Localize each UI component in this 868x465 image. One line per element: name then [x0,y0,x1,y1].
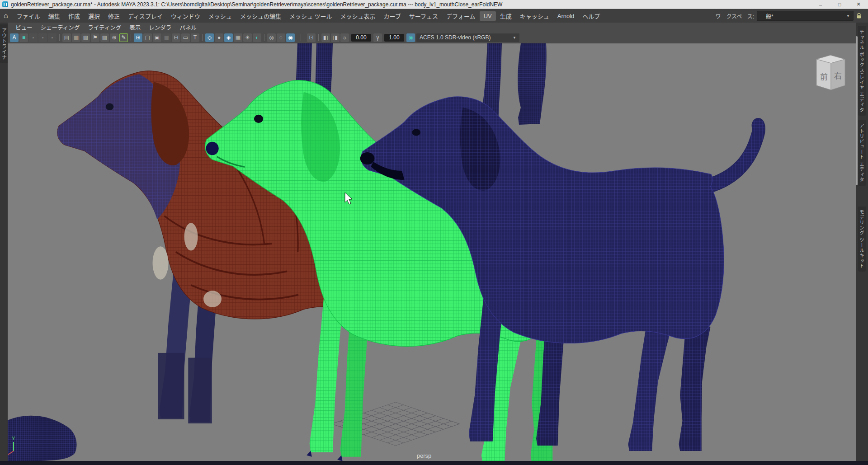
menubar-item[interactable]: キャッシュ [516,10,553,22]
color-management-icon[interactable]: ◉ [406,33,415,42]
menubar-item[interactable]: メッシュの編集 [236,10,285,22]
maya-window: goldenRetriever_package.cur.ma* - Autode… [0,0,868,465]
menubar-item[interactable]: カーブ [380,10,405,22]
panel-menu-item[interactable]: シェーディング [37,23,84,32]
grease-pencil-icon[interactable]: ✎ [119,33,128,42]
view-cube[interactable]: 前 右 [816,55,845,90]
right-panel-tab[interactable]: チャネル ボックス/レイヤ エディタ [858,26,866,116]
menubar-item[interactable]: 修正 [104,10,124,22]
menubar-item[interactable]: 編集 [44,10,64,22]
center-of-interest-icon[interactable]: ▪ [38,33,47,42]
menubar-item[interactable]: 生成 [496,10,516,22]
xray-icon[interactable]: ◧ [321,33,330,42]
colorspace-select[interactable]: ACES 1.0 SDR-video (sRGB) ▼ [416,33,519,42]
anti-aliasing-icon[interactable]: ◉ [286,33,295,42]
chevron-down-icon: ▼ [846,14,850,18]
nose [206,142,219,155]
toolbar-separator [131,34,131,41]
two-d-pan-zoom-icon[interactable]: ⊕ [110,33,118,42]
panel-menu-item[interactable]: ライティング [84,23,125,32]
window-title: goldenRetriever_package.cur.ma* - Autode… [11,1,811,8]
toolbar-separator [202,34,203,41]
tab-outliner[interactable]: アウトライナ [0,24,8,63]
gamma-icon[interactable]: γ [373,33,382,42]
safe-action-icon[interactable]: ▭ [181,33,190,42]
isolate-select-icon[interactable]: ⊡ [307,33,316,42]
view-cube-front-label[interactable]: 前 [820,73,828,81]
viewport-toolbar: A■▪▪▪▤▥▧⚑▨⊕✎⊞▢▣▩⊟▭T◇●◈▦☀◐◎◌◉⊡◧◨ ☼ 0.00 γ… [8,32,856,43]
panel-menu-item[interactable]: 表示 [125,23,145,32]
panel-menu-item[interactable]: ビュー [11,23,37,32]
menubar-item[interactable]: Arnold [553,11,579,21]
lock-camera-icon[interactable]: ▥ [72,33,80,42]
selection-mask-icon[interactable]: ■ [19,33,28,42]
resolution-gate-icon[interactable]: ▣ [153,33,161,42]
workspace-lock-icon[interactable] [856,13,862,19]
menubar-item[interactable]: サーフェス [405,10,442,22]
workspace-select[interactable]: 一般* ▼ [757,11,854,21]
maximize-button[interactable]: □ [830,0,849,9]
menubar-item[interactable]: メッシュ ツール [285,10,336,22]
close-button[interactable]: ✕ [849,0,868,9]
view-cube-right-label[interactable]: 右 [834,72,842,80]
track-selection-icon[interactable]: ▪ [29,33,38,42]
offscreen-model-bottom[interactable] [8,416,76,461]
motion-blur-icon[interactable]: ◌ [277,33,285,42]
xray-joints-icon[interactable]: ◨ [331,33,340,42]
camera-attributes-icon[interactable]: ▧ [81,33,90,42]
menubar-item[interactable]: UV [480,11,496,21]
panel-menu-item[interactable]: パネル [175,23,201,32]
toolbar-separator [59,34,60,41]
right-panel-tab[interactable]: アトリビュート エディタ [858,120,866,185]
scene-3d: 前 右 Y persp [8,43,856,461]
colorspace-value: ACES 1.0 SDR-video (sRGB) [420,34,491,41]
gamma-field[interactable]: 1.00 [384,34,404,42]
ambient-occlusion-icon[interactable]: ◎ [267,33,276,42]
timeline-edge[interactable] [0,461,868,465]
wireframe-icon[interactable]: ◇ [205,33,214,42]
camera-name-label: persp [417,452,432,459]
grid-icon[interactable]: ⊞ [134,33,142,42]
highlight-selection-icon[interactable]: A [10,33,19,42]
menubar-item[interactable]: ディスプレイ [124,10,167,22]
scrollbar-thumb[interactable] [856,36,858,185]
toolbar-icons: A■▪▪▪▤▥▧⚑▨⊕✎⊞▢▣▩⊟▭T◇●◈▦☀◐◎◌◉⊡◧◨ [9,33,340,42]
menubar-item[interactable]: ファイル [13,10,44,22]
toolbar-separator [318,34,319,41]
home-icon[interactable]: ⌂ [4,12,8,20]
menubar-item[interactable]: デフォーム [442,10,480,22]
select-camera-icon[interactable]: ▤ [62,33,71,42]
minimize-button[interactable]: – [811,0,830,9]
exposure-field[interactable]: 0.00 [351,34,371,42]
textured-icon[interactable]: ▦ [234,33,242,42]
bookmark-icon[interactable]: ⚑ [91,33,99,42]
viewport-persp[interactable]: 前 右 Y persp [8,43,856,461]
menubar-item[interactable]: メッシュ [204,10,236,22]
image-plane-icon[interactable]: ▨ [100,33,109,42]
toolbar-separator [301,34,301,41]
eye [106,103,114,110]
menubar-item[interactable]: 作成 [64,10,84,22]
exposure-icon[interactable]: ☼ [340,33,349,42]
shaded-icon[interactable]: ● [215,33,223,42]
film-gate-icon[interactable]: ▢ [143,33,152,42]
menubar-item[interactable]: メッシュ表示 [336,10,380,22]
workspace-label: ワークスペース: [715,12,754,20]
menubar-item[interactable]: 選択 [84,10,104,22]
menu-list: ファイル編集作成選択修正ディスプレイウィンドウメッシュメッシュの編集メッシュ ツ… [13,10,714,22]
wireframe-on-shaded-icon[interactable]: ◈ [224,33,233,42]
lights-icon[interactable]: ☀ [243,33,252,42]
field-chart-icon[interactable]: ⊟ [172,33,180,42]
menubar-item[interactable]: ウィンドウ [167,10,204,22]
nose [360,152,375,164]
menubar-item[interactable]: ヘルプ [578,10,604,22]
tumble-pivot-icon[interactable]: ▪ [48,33,57,42]
gate-mask-icon[interactable]: ▩ [162,33,171,42]
safe-title-icon[interactable]: T [191,33,199,42]
right-panel-tab[interactable]: モデリング ツールキット [858,207,866,272]
right-panel-strip: チャネル ボックス/レイヤ エディタアトリビュート エディタモデリング ツールキ… [856,23,868,461]
chevron-down-icon: ▼ [513,36,516,40]
shadows-icon[interactable]: ◐ [253,33,261,42]
axis-y-label: Y [12,436,15,441]
panel-menu-item[interactable]: レンダラ [145,23,175,32]
